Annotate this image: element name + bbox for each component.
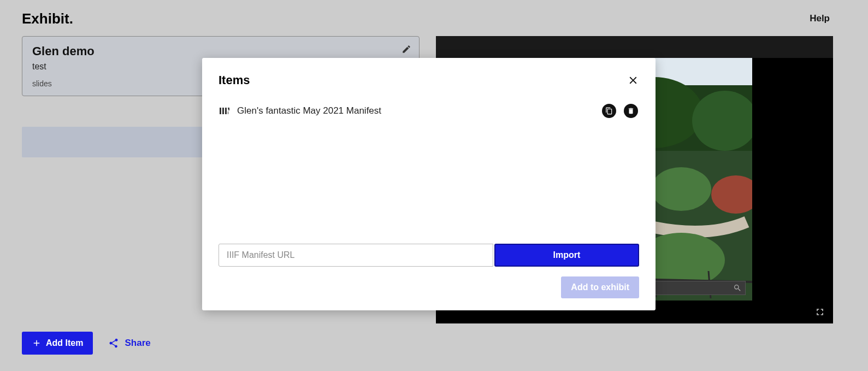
manifest-item-row[interactable]: Glen's fantastic May 2021 Manifest — [219, 101, 639, 121]
fullscreen-icon[interactable] — [814, 307, 825, 317]
help-link[interactable]: Help — [810, 13, 830, 24]
share-icon — [108, 338, 119, 349]
share-button[interactable]: Share — [108, 338, 150, 349]
add-item-label: Add Item — [46, 338, 83, 348]
svg-rect-19 — [225, 108, 227, 114]
modal-header: Items — [219, 73, 639, 87]
search-icon — [733, 284, 742, 292]
svg-point-8 — [651, 167, 711, 211]
manifest-url-input[interactable] — [219, 244, 493, 267]
copy-icon — [605, 107, 613, 115]
delete-button[interactable] — [624, 104, 638, 118]
close-icon[interactable] — [627, 74, 639, 86]
iiif-icon — [220, 106, 231, 116]
modal-title: Items — [219, 73, 250, 87]
modal-footer: Add to exhibit — [219, 276, 639, 298]
trash-icon — [627, 107, 635, 115]
manifest-item-label: Glen's fantastic May 2021 Manifest — [237, 105, 602, 116]
share-label: Share — [125, 338, 150, 349]
import-row: Import — [219, 244, 639, 267]
svg-rect-18 — [222, 108, 224, 114]
app-header: Exhibit. Help — [0, 0, 868, 27]
brand-logo: Exhibit. — [22, 10, 73, 27]
copy-button[interactable] — [602, 104, 616, 118]
exhibit-title: Glen demo — [32, 44, 409, 58]
import-button[interactable]: Import — [494, 244, 639, 267]
viewer-toolbar — [436, 36, 833, 58]
svg-rect-17 — [220, 108, 221, 114]
bottom-actions: Add Item Share — [22, 332, 151, 355]
plus-icon — [32, 338, 42, 348]
add-to-exhibit-button[interactable]: Add to exhibit — [561, 276, 639, 298]
item-actions — [602, 104, 638, 118]
edit-icon[interactable] — [401, 44, 411, 54]
items-modal: Items Glen's fantastic May 2021 Manifest — [202, 58, 656, 310]
add-item-button[interactable]: Add Item — [22, 332, 93, 355]
